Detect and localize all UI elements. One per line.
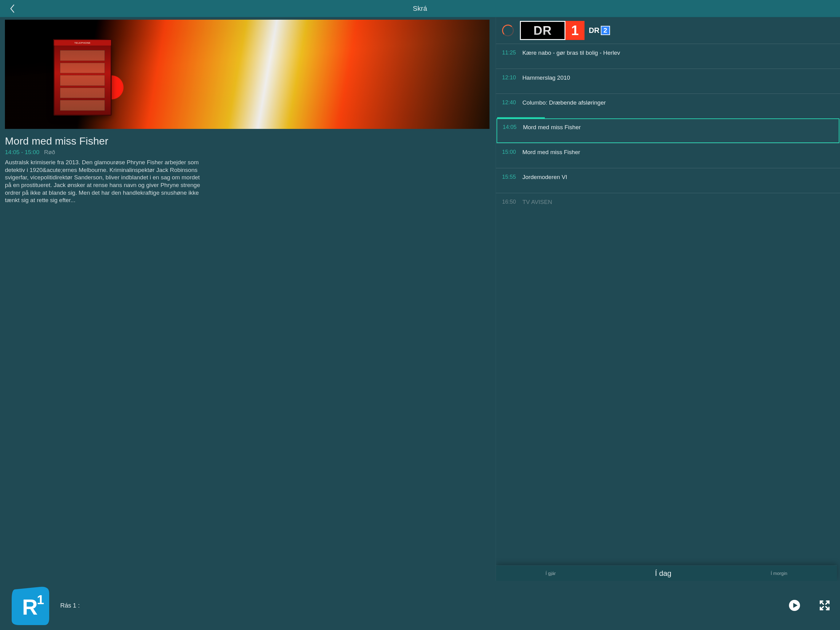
schedule-row[interactable]: 15:00 Mord med miss Fisher (496, 143, 840, 168)
dr2-text: DR (589, 26, 600, 35)
r1-number: 1 (37, 592, 44, 607)
schedule-time: 12:40 (502, 99, 523, 106)
schedule-title: Mord med miss Fisher (523, 124, 833, 131)
dr2-number: 2 (601, 26, 610, 35)
channel-logo-dr1[interactable]: DR 1 (520, 21, 584, 40)
now-playing-title: Rás 1 : (60, 602, 80, 609)
r1-letter: R (22, 595, 38, 619)
dr1-text: DR (534, 24, 552, 38)
schedule-time: 11:25 (502, 49, 523, 56)
schedule-title: Columbo: Dræbende afsløringer (523, 99, 834, 106)
schedule-time: 14:05 (503, 124, 523, 130)
schedule-time: 12:10 (502, 74, 523, 81)
schedule-row[interactable]: 11:25 Kære nabo - gør bras til bolig - H… (496, 44, 840, 69)
program-hero-image (5, 20, 489, 129)
program-description: Australsk krimiserie fra 2013. Den glamo… (5, 159, 208, 204)
dr1-number: 1 (565, 21, 584, 40)
schedule-row[interactable]: 15:55 Jordemoderen VI (496, 168, 840, 193)
program-title: Mord med miss Fisher (5, 135, 489, 147)
schedule-list[interactable]: 11:25 Kære nabo - gør bras til bolig - H… (496, 44, 840, 581)
header-bar: Skrá (0, 0, 840, 17)
schedule-row[interactable]: 16:50 TV AVISEN (496, 193, 840, 207)
channel-logo-dr2[interactable]: DR 2 (589, 26, 610, 35)
schedule-time: 15:55 (502, 174, 523, 180)
schedule-title: Hammerslag 2010 (523, 74, 834, 81)
chevron-left-icon (9, 4, 15, 13)
program-category: Røð (44, 149, 55, 155)
program-time-range: 14:05 - 15:00 (5, 149, 39, 155)
page-title: Skrá (413, 5, 427, 13)
schedule-row-current[interactable]: 14:05 Mord med miss Fisher (497, 119, 839, 143)
tab-yesterday[interactable]: Í gjár (545, 571, 556, 576)
schedule-panel: DR 1 DR 2 11:25 Kære nabo - gør bras til… (496, 17, 840, 581)
schedule-title: Mord med miss Fisher (523, 149, 834, 156)
station-logo-r1[interactable]: R 1 (9, 584, 52, 627)
schedule-time: 16:50 (502, 199, 523, 205)
program-detail-panel: Mord med miss Fisher 14:05 - 15:00 Røð A… (0, 17, 496, 581)
main-area: Mord med miss Fisher 14:05 - 15:00 Røð A… (0, 17, 840, 581)
schedule-title: Kære nabo - gør bras til bolig - Herlev (523, 49, 834, 56)
day-tabs: Í gjár Í dag Í morgin (496, 565, 837, 581)
tab-today[interactable]: Í dag (655, 569, 671, 578)
schedule-title: Jordemoderen VI (523, 174, 834, 180)
channel-strip[interactable]: DR 1 DR 2 (496, 17, 840, 44)
now-playing-bar: R 1 Rás 1 : (0, 581, 840, 630)
program-subtitle: 14:05 - 15:00 Røð (5, 149, 489, 156)
play-button[interactable] (788, 598, 801, 612)
fullscreen-icon (818, 599, 831, 611)
back-button[interactable] (6, 2, 19, 15)
fullscreen-button[interactable] (818, 598, 831, 612)
schedule-title: TV AVISEN (523, 199, 834, 206)
loading-spinner-icon (502, 25, 514, 36)
schedule-row[interactable]: 12:40 Columbo: Dræbende afsløringer (496, 93, 840, 119)
schedule-time: 15:00 (502, 149, 523, 155)
tab-tomorrow[interactable]: Í morgin (771, 571, 787, 576)
schedule-row[interactable]: 12:10 Hammerslag 2010 (496, 69, 840, 93)
play-icon (788, 599, 801, 611)
